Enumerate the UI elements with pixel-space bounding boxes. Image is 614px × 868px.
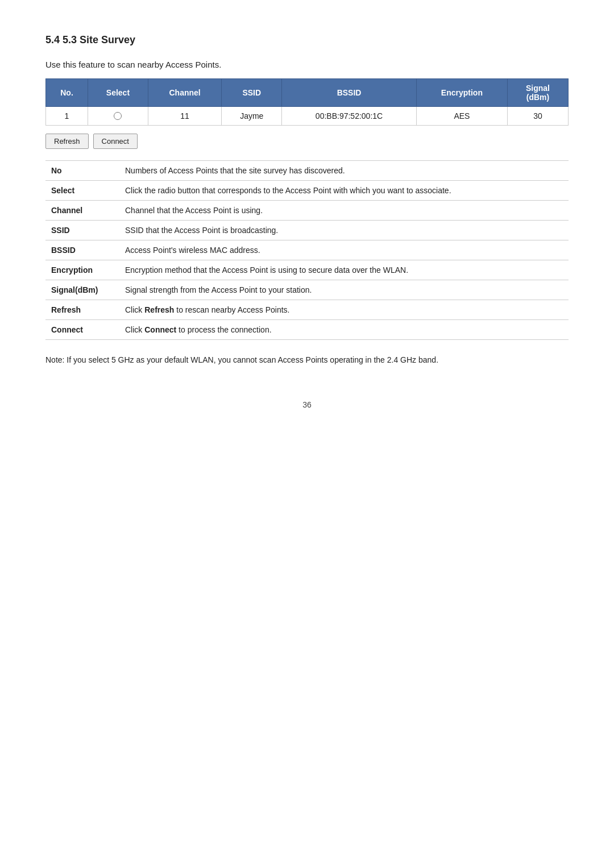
desc-row: RefreshClick Refresh to rescan nearby Ac…	[45, 300, 569, 320]
desc-row: NoNumbers of Access Points that the site…	[45, 161, 569, 181]
desc-definition: Channel that the Access Point is using.	[119, 201, 569, 221]
col-header-signal: Signal(dBm)	[507, 79, 568, 107]
desc-term: Select	[45, 181, 119, 201]
col-header-ssid: SSID	[222, 79, 282, 107]
ap-radio[interactable]	[114, 112, 122, 120]
refresh-button[interactable]: Refresh	[45, 134, 89, 149]
col-header-no: No.	[46, 79, 88, 107]
desc-term: No	[45, 161, 119, 181]
connect-button[interactable]: Connect	[93, 134, 138, 149]
desc-term: Refresh	[45, 300, 119, 320]
cell-no: 1	[46, 107, 88, 126]
description-table: NoNumbers of Access Points that the site…	[45, 160, 569, 340]
desc-definition: Access Point's wireless MAC address.	[119, 240, 569, 260]
desc-definition: Numbers of Access Points that the site s…	[119, 161, 569, 181]
page-title: 5.4 5.3 Site Survey	[45, 34, 569, 46]
cell-signal: 30	[507, 107, 568, 126]
col-header-select: Select	[88, 79, 148, 107]
desc-term: SSID	[45, 221, 119, 240]
subtitle: Use this feature to scan nearby Access P…	[45, 60, 569, 69]
desc-row: Signal(dBm)Signal strength from the Acce…	[45, 280, 569, 300]
cell-encryption: AES	[416, 107, 507, 126]
desc-definition: Click Refresh to rescan nearby Access Po…	[119, 300, 569, 320]
desc-term: Signal(dBm)	[45, 280, 119, 300]
desc-term: Connect	[45, 320, 119, 340]
desc-row: BSSIDAccess Point's wireless MAC address…	[45, 240, 569, 260]
desc-row: ConnectClick Connect to process the conn…	[45, 320, 569, 340]
page-number: 36	[45, 400, 569, 409]
cell-select	[88, 107, 148, 126]
desc-row: ChannelChannel that the Access Point is …	[45, 201, 569, 221]
desc-definition: Click the radio button that corresponds …	[119, 181, 569, 201]
survey-table: No. Select Channel SSID BSSID Encryption…	[45, 78, 569, 126]
note-text: Note: If you select 5 GHz as your defaul…	[45, 354, 569, 366]
table-row: 111Jayme00:BB:97:52:00:1CAES30	[46, 107, 569, 126]
desc-definition: SSID that the Access Point is broadcasti…	[119, 221, 569, 240]
cell-ssid: Jayme	[222, 107, 282, 126]
desc-definition: Click Connect to process the connection.	[119, 320, 569, 340]
cell-channel: 11	[148, 107, 222, 126]
desc-definition: Encryption method that the Access Point …	[119, 260, 569, 280]
col-header-encryption: Encryption	[416, 79, 507, 107]
desc-definition: Signal strength from the Access Point to…	[119, 280, 569, 300]
desc-row: SelectClick the radio button that corres…	[45, 181, 569, 201]
col-header-bssid: BSSID	[282, 79, 417, 107]
desc-row: EncryptionEncryption method that the Acc…	[45, 260, 569, 280]
desc-row: SSIDSSID that the Access Point is broadc…	[45, 221, 569, 240]
cell-bssid: 00:BB:97:52:00:1C	[282, 107, 417, 126]
button-row: Refresh Connect	[45, 134, 569, 149]
desc-term: Channel	[45, 201, 119, 221]
desc-term: Encryption	[45, 260, 119, 280]
desc-term: BSSID	[45, 240, 119, 260]
col-header-channel: Channel	[148, 79, 222, 107]
